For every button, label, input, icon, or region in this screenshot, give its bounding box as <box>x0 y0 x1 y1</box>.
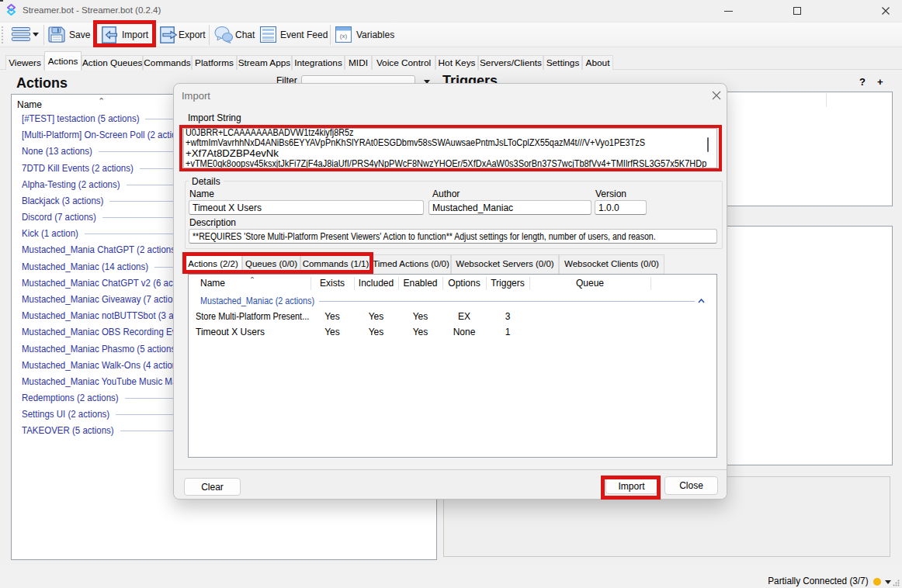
svg-text:(x): (x) <box>340 33 348 40</box>
